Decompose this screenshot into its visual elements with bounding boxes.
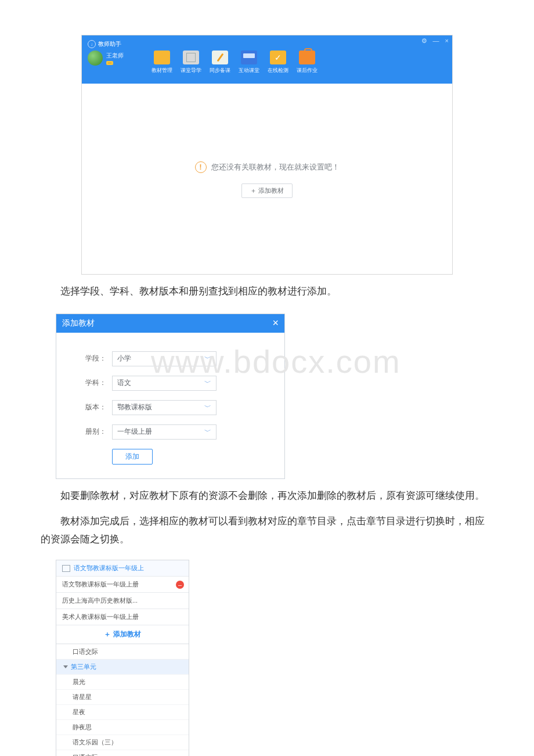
user-badge: ··· xyxy=(106,61,113,65)
chevron-down-icon: ﹀ xyxy=(204,427,211,437)
add-textbook-dialog: 添加教材 × 学段： 小学 ﹀ 学科： 语文 ﹀ 版本： 鄂 xyxy=(56,314,285,479)
board-icon xyxy=(241,51,257,64)
book-row[interactable]: 语文鄂教课标版一年级上册 – xyxy=(56,577,189,593)
chevron-down-icon: ﹀ xyxy=(204,402,211,412)
nav-item-homework[interactable]: 课后作业 xyxy=(297,51,317,74)
stage-value: 小学 xyxy=(117,354,131,363)
avatar xyxy=(88,51,103,66)
book-row[interactable]: 美术人教课标版一年级上册 xyxy=(56,609,189,625)
version-label: 版本： xyxy=(80,402,112,412)
chapter-panel: 语文鄂教课标版一年级上 语文鄂教课标版一年级上册 – 历史上海高中历史教材版..… xyxy=(56,560,189,756)
version-select[interactable]: 鄂教课标版 ﹀ xyxy=(112,400,217,415)
chapter-leaf[interactable]: 语文乐园（三） xyxy=(56,735,189,750)
book-label: 历史上海高中历史教材版... xyxy=(62,596,138,605)
subject-value: 语文 xyxy=(117,378,131,388)
version-value: 鄂教课标版 xyxy=(117,402,152,412)
dialog-close-icon[interactable]: × xyxy=(272,317,279,329)
chevron-down-icon: ﹀ xyxy=(204,354,211,363)
book-label: 语文鄂教课标版一年级上 xyxy=(74,564,144,573)
doc-icon xyxy=(183,51,199,64)
nav-bar: 教材管理 课堂导学 同步备课 互动课堂 ✓ 在线检测 xyxy=(151,51,317,74)
pencil-icon xyxy=(212,51,228,64)
info-icon: ! xyxy=(195,161,207,173)
doc-line-1: 选择学段、学科、教材版本和册别查找到相应的教材进行添加。 xyxy=(41,283,493,301)
unit-head[interactable]: 第三单元 xyxy=(56,659,189,674)
nav-label: 课后作业 xyxy=(297,67,317,74)
user-name: 王老师 xyxy=(106,52,124,59)
dialog-title: 添加教材 xyxy=(62,318,95,329)
minimize-icon[interactable]: — xyxy=(433,37,439,45)
unit-title: 第三单元 xyxy=(71,663,96,671)
add-textbook-row[interactable]: ＋ 添加教材 xyxy=(56,625,189,644)
settings-icon[interactable]: ⚙ xyxy=(421,37,427,45)
book-row[interactable]: 历史上海高中历史教材版... xyxy=(56,593,189,609)
nav-item-textbook[interactable]: 教材管理 xyxy=(151,51,172,74)
book-label: 美术人教课标版一年级上册 xyxy=(62,613,139,621)
book-row[interactable]: 语文鄂教课标版一年级上 xyxy=(56,560,189,577)
close-icon[interactable]: × xyxy=(445,37,449,45)
app-logo-icon: ↓ xyxy=(88,40,96,48)
subject-select[interactable]: 语文 ﹀ xyxy=(112,376,217,391)
subject-label: 学科： xyxy=(80,378,112,388)
stage-label: 学段： xyxy=(80,354,112,363)
volume-select[interactable]: 一年级上册 ﹀ xyxy=(112,424,217,440)
app-header: ↓ 教师助手 ⚙ — × 王老师 ··· 教材管理 xyxy=(82,35,452,84)
check-icon: ✓ xyxy=(270,51,286,64)
nav-item-test[interactable]: ✓ 在线检测 xyxy=(268,51,288,74)
nav-label: 课堂导学 xyxy=(181,67,201,74)
app-body: ! 您还没有关联教材，现在就来设置吧！ ＋ 添加教材 xyxy=(82,84,452,275)
app-title: 教师助手 xyxy=(98,40,121,48)
chapter-leaf[interactable]: 晨光 xyxy=(56,674,189,689)
app-window: ↓ 教师助手 ⚙ — × 王老师 ··· 教材管理 xyxy=(81,35,453,275)
chapter-leaf[interactable]: 口语交际 xyxy=(56,644,189,659)
add-textbook-button[interactable]: ＋ 添加教材 xyxy=(241,183,293,198)
chapter-leaf[interactable]: 请星星 xyxy=(56,689,189,704)
remove-icon[interactable]: – xyxy=(176,581,184,589)
chapter-leaf[interactable]: 静夜思 xyxy=(56,719,189,735)
user-block[interactable]: 王老师 ··· xyxy=(88,51,124,66)
chapter-leaf[interactable]: 星夜 xyxy=(56,704,189,719)
nav-label: 教材管理 xyxy=(151,67,172,74)
nav-label: 在线检测 xyxy=(268,67,288,74)
book-icon xyxy=(62,565,70,572)
volume-value: 一年级上册 xyxy=(117,427,152,437)
chevron-down-icon: ﹀ xyxy=(204,378,211,388)
book-label: 语文鄂教课标版一年级上册 xyxy=(62,580,139,589)
stage-select[interactable]: 小学 ﹀ xyxy=(112,351,217,366)
doc-line-2: 如要删除教材，对应教材下原有的资源不会删除，再次添加删除的教材后，原有资源可继续… xyxy=(41,487,493,505)
dialog-submit-button[interactable]: 添加 xyxy=(112,449,153,465)
nav-item-class[interactable]: 互动课堂 xyxy=(239,51,259,74)
doc-line-3: 教材添加完成后，选择相应的教材可以看到教材对应的章节目录，点击章节目录进行切换时… xyxy=(41,513,493,548)
bag-icon xyxy=(299,51,315,64)
folder-icon xyxy=(154,51,170,64)
volume-label: 册别： xyxy=(80,427,112,437)
nav-item-prepare[interactable]: 同步备课 xyxy=(210,51,230,74)
nav-label: 互动课堂 xyxy=(239,67,259,74)
chapter-leaf[interactable]: 口语交际 xyxy=(56,750,189,756)
empty-hint: 您还没有关联教材，现在就来设置吧！ xyxy=(211,162,340,172)
triangle-down-icon xyxy=(63,665,68,668)
nav-item-guide[interactable]: 课堂导学 xyxy=(181,51,201,74)
nav-label: 同步备课 xyxy=(210,67,230,74)
